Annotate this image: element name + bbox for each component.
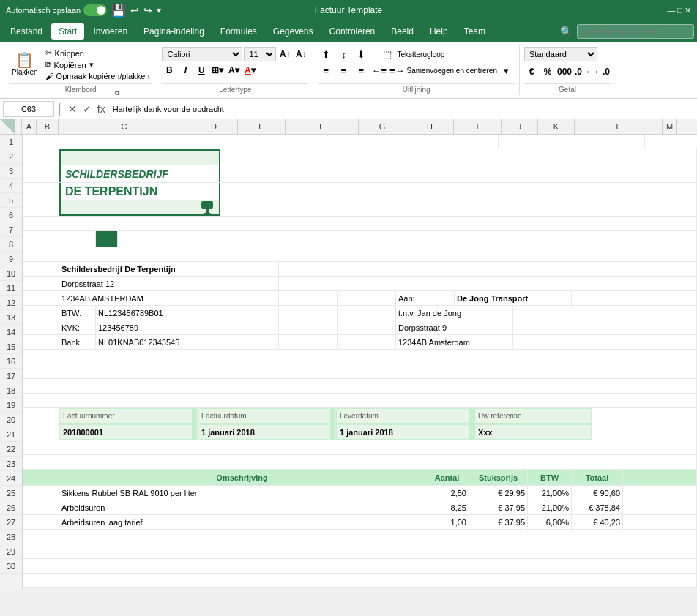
cell-a25[interactable] [23,500,37,514]
align-bottom-button[interactable]: ⬇ [353,47,369,61]
cell-factuurdatum-value[interactable]: 1 januari 2018 [198,424,331,440]
align-middle-button[interactable]: ↕ [335,47,351,61]
italic-button[interactable]: I [178,63,193,78]
row-18[interactable]: 18 [0,383,22,398]
col-header-a[interactable]: A [22,119,37,134]
cell-a2[interactable] [23,149,37,165]
cell-b8[interactable] [37,247,59,261]
cell-b12[interactable] [37,306,59,320]
redo-icon[interactable]: ↪ [144,4,152,16]
cell-item1-btw[interactable]: 21,00% [528,486,572,500]
cell-factuurnummer-label[interactable]: Factuurnummer [59,408,193,424]
cell-factuurdatum-label[interactable]: Factuurdatum [198,408,331,424]
cell-c8-rest[interactable] [59,247,697,261]
row-26[interactable]: 26 [0,500,22,515]
cell-referentie-label[interactable]: Uw referentie [474,408,592,424]
cell-a7[interactable] [23,231,37,247]
cell-c2-rest[interactable] [220,149,697,165]
cell-c30[interactable] [59,574,697,587]
cell-b6[interactable] [37,217,59,230]
row-8[interactable]: 8 [0,237,22,252]
row-27[interactable]: 27 [0,515,22,530]
row-9[interactable]: 9 [0,252,22,266]
cell-c15[interactable] [59,350,697,364]
cell-a28[interactable] [23,544,37,558]
cell-item2-omschrijving[interactable]: Arbeidsuren [59,500,425,514]
cell-14-rest[interactable] [513,335,697,349]
cell-b19[interactable] [37,408,59,424]
col-header-i[interactable]: I [454,119,502,134]
col-header-e[interactable]: E [238,119,286,134]
cell-a11[interactable] [23,291,37,305]
undo-icon[interactable]: ↩ [130,4,139,16]
cell-b4[interactable] [37,183,59,200]
cell-12-rest[interactable] [513,306,697,320]
cell-kvk-value[interactable]: 123456789 [96,320,279,334]
cell-19-rest[interactable] [592,408,697,424]
cell-23-rest[interactable] [623,470,697,485]
number-format-select[interactable]: Standaard [524,47,597,61]
cell-leverdatum-label[interactable]: Leverdatum [336,408,469,424]
menu-help[interactable]: Help [422,23,455,40]
menu-beeld[interactable]: Beeld [384,23,421,40]
decrease-indent-button[interactable]: ←≡ [370,63,387,78]
cell-company-name1[interactable]: SCHILDERSBEDRIJF [59,165,220,182]
cell-b21[interactable] [37,440,59,454]
cell-c18[interactable] [59,394,697,407]
cell-b9[interactable] [37,262,59,276]
cut-button[interactable]: ✂ Knippen [42,48,153,59]
cell-item3-aantal[interactable]: 1,00 [425,515,469,529]
cell-c22[interactable] [59,455,697,469]
cell-b27[interactable] [37,530,59,544]
cell-client-city[interactable]: 1234AB Amsterdam [396,335,513,349]
confirm-formula-icon[interactable]: ✓ [81,102,93,116]
col-header-f[interactable]: F [286,119,359,134]
cell-26-rest[interactable] [623,515,697,529]
row-28[interactable]: 28 [0,530,22,544]
copy-dropdown[interactable]: ▾ [89,60,94,70]
cell-item3-omschrijving[interactable]: Arbeidsuren laag tarief [59,515,425,529]
cell-a22[interactable] [23,455,37,469]
row-17[interactable]: 17 [0,369,22,383]
row-10[interactable]: 10 [0,266,22,281]
font-size-select[interactable]: 11 [244,47,276,61]
cell-a14[interactable] [23,335,37,349]
col-header-h[interactable]: H [406,119,454,134]
cell-a23[interactable] [23,470,37,485]
cell-25-rest[interactable] [623,500,697,514]
col-header-c[interactable]: C [59,119,190,134]
col-header-d[interactable]: D [190,119,238,134]
cell-btw-label[interactable]: BTW: [59,306,96,320]
cell-item1-stukprijs[interactable]: € 29,95 [469,486,528,500]
cell-b14[interactable] [37,335,59,349]
cell-a10[interactable] [23,277,37,290]
cell-bank-value[interactable]: NL01KNAB012343545 [96,335,279,349]
format-copy-button[interactable]: 🖌 Opmaak kopiëren/plakken [42,71,153,81]
cell-c29[interactable] [59,559,697,573]
cell-a18[interactable] [23,394,37,407]
bold-button[interactable]: B [162,63,176,78]
align-left-button[interactable]: ≡ [318,63,334,78]
row-12[interactable]: 12 [0,296,22,310]
col-header-l[interactable]: L [575,119,663,134]
cell-a9[interactable] [23,262,37,276]
cell-item2-totaal[interactable]: € 378,84 [572,500,623,514]
row-24[interactable]: 24 [0,471,22,486]
cell-a24[interactable] [23,486,37,500]
cell-a6[interactable] [23,217,37,230]
cell-item1-totaal[interactable]: € 90,60 [572,486,623,500]
col-header-n[interactable]: N [677,119,697,134]
cell-item2-aantal[interactable]: 8,25 [425,500,469,514]
cell-b2[interactable] [37,149,59,165]
align-right-button[interactable]: ≡ [353,63,369,78]
cell-a12[interactable] [23,306,37,320]
percent-button[interactable]: % [540,64,555,79]
row-20[interactable]: 20 [0,413,22,427]
row-14[interactable]: 14 [0,325,22,339]
row-3[interactable]: 3 [0,164,22,179]
cell-a1[interactable] [23,135,37,149]
cell-c3-rest[interactable] [220,165,697,182]
cell-empty-14[interactable] [279,335,338,349]
cell-c7[interactable] [59,231,96,247]
cell-client-street[interactable]: Dorpsstraat 9 [396,320,513,334]
